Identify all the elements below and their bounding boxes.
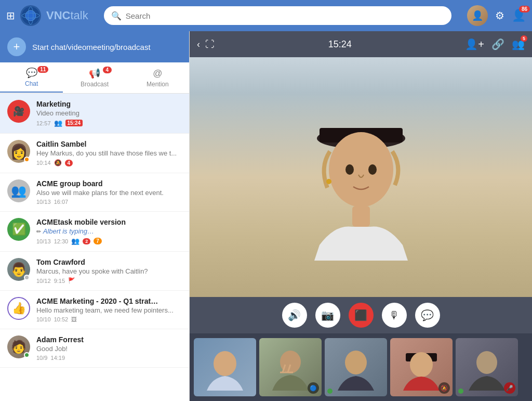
person-thumb <box>398 344 445 391</box>
participant-thumb[interactable]: 🔕 <box>390 338 453 396</box>
link-button[interactable]: 🔗 <box>491 38 504 50</box>
chat-time: 12:57 <box>36 120 51 126</box>
avatar[interactable]: 👤 <box>467 5 488 26</box>
list-item[interactable]: 👥 ACME group board Also we will make pla… <box>0 173 189 212</box>
people-badge: 86 <box>519 6 530 12</box>
list-item[interactable]: 🎥 Marketing Video meeting 12:57 👥 15:24 <box>0 94 189 134</box>
chat-body: Tom Crawford Marcus, have you spoke with… <box>36 258 182 284</box>
chat-preview: Good Job! <box>36 345 182 353</box>
video-main <box>190 57 532 297</box>
participant-thumb[interactable] <box>325 338 387 396</box>
bluetooth-icon: 🔵 <box>308 382 319 394</box>
search-bar[interactable]: 🔍 <box>104 6 451 25</box>
chat-time: 10/13 12:30 <box>36 238 68 244</box>
unread-badge: 2 <box>83 238 90 244</box>
new-chat-button[interactable]: + <box>7 37 26 56</box>
participants-badge: 5 <box>521 35 527 42</box>
chat-tab-label: Chat <box>25 80 38 87</box>
mention-tab-icon: @ <box>153 68 162 79</box>
live-badge: 15:24 <box>65 120 83 126</box>
list-item[interactable]: 👍 ACME Marketing - 2020 - Q1 strat… Hell… <box>0 291 189 329</box>
chat-meta: 10/10 10:52 🖼 <box>36 316 182 322</box>
tabs-bar: 💬 Chat 11 📢 Broadcast 4 @ Mention <box>0 62 189 94</box>
chat-list: 🎥 Marketing Video meeting 12:57 👥 15:24 … <box>0 94 189 401</box>
search-input[interactable] <box>126 11 444 20</box>
nav-right: 👤 ⚙ 👤 86 <box>467 5 526 26</box>
grid-icon[interactable]: ⊞ <box>6 9 15 22</box>
avatar-wrap: 🎥 <box>7 100 30 123</box>
participants-button[interactable]: 👥 5 <box>512 38 525 50</box>
chat-button[interactable]: 💬 <box>415 303 440 328</box>
stop-button[interactable]: ⬛ <box>349 303 374 328</box>
list-item[interactable]: 👩 Caitlin Sambel Hey Markus, do you stil… <box>0 134 189 173</box>
chat-preview: ✏ Albert is typing… <box>36 227 182 235</box>
video-bg <box>190 57 532 297</box>
person-thumb <box>267 344 314 391</box>
unread-badge: 4 <box>65 160 73 166</box>
thumb-bg <box>194 338 256 396</box>
person-silhouette <box>304 94 418 261</box>
chat-time: 10/10 10:52 <box>36 316 68 322</box>
broadcast-tab-icon: 📢 <box>89 68 100 79</box>
chat-name: ACME group board <box>36 179 182 188</box>
chat-meta: 10/9 14:19 <box>36 355 182 361</box>
volume-button[interactable]: 🔊 <box>282 303 307 328</box>
online-dot <box>458 389 463 394</box>
image-icon: 🖼 <box>71 316 77 322</box>
video-top-bar: ‹ ⛶ 15:24 👤+ 🔗 👥 5 <box>190 31 532 57</box>
svg-point-15 <box>410 352 433 377</box>
stop-icon: ⬛ <box>354 309 367 321</box>
broadcast-tab-label: Broadcast <box>81 81 109 88</box>
svg-point-11 <box>214 351 236 376</box>
person-thumb <box>463 344 510 391</box>
chat-name: ACME Marketing - 2020 - Q1 strat… <box>36 297 182 305</box>
participant-thumb[interactable]: 🎤 <box>456 338 518 396</box>
fullscreen-button[interactable]: ⛶ <box>205 39 215 50</box>
add-participant-button[interactable]: 👤+ <box>465 38 484 50</box>
chat-body: ACME Marketing - 2020 - Q1 strat… Hello … <box>36 297 182 322</box>
chat-preview: Video meeting <box>36 109 182 117</box>
participants-strip: 🔵 🔕 <box>190 333 532 401</box>
chat-body: ACME group board Also we will make plans… <box>36 179 182 205</box>
chat-body: Adam Forrest Good Job! 10/9 14:19 <box>36 335 182 361</box>
mute-icon: 🔕 <box>54 159 62 166</box>
tab-broadcast[interactable]: 📢 Broadcast 4 <box>63 63 126 92</box>
collapse-button[interactable]: ‹ <box>197 39 200 50</box>
gear-icon[interactable]: ⚙ <box>495 9 504 22</box>
svg-point-13 <box>345 351 367 374</box>
chat-meta: 10/13 12:30 👥 2 7 <box>36 237 182 245</box>
chat-meta: 10/12 9:15 🚩 <box>36 277 182 284</box>
chat-icon: 💬 <box>421 309 434 321</box>
logo <box>20 5 41 26</box>
camera-button[interactable]: 📷 <box>315 303 340 328</box>
start-bar: + Start chat/videomeeting/broadcast <box>0 31 189 62</box>
svg-point-16 <box>476 351 497 374</box>
tab-chat[interactable]: 💬 Chat 11 <box>0 63 63 93</box>
left-panel: + Start chat/videomeeting/broadcast 💬 Ch… <box>0 31 190 401</box>
list-item[interactable]: 🧑 Adam Forrest Good Job! 10/9 14:19 <box>0 329 189 368</box>
unread-badge-2: 7 <box>94 238 102 244</box>
mic-button[interactable]: 🎙 <box>382 303 407 328</box>
chat-preview: Also we will make plans for the next eve… <box>36 189 182 197</box>
online-dot <box>327 389 332 394</box>
participant-thumb[interactable]: 🔵 <box>259 338 322 396</box>
list-item[interactable]: 👨 Tom Crawford Marcus, have you spoke wi… <box>0 252 189 291</box>
chat-preview: Hey Markus, do you still have those file… <box>36 149 182 157</box>
list-item[interactable]: ✅ ACMEtask mobile version ✏ Albert is ty… <box>0 212 189 252</box>
person-thumb <box>332 344 379 391</box>
chat-preview: Marcus, have you spoke with Caitlin? <box>36 267 182 275</box>
online-dot <box>24 157 30 162</box>
chat-meta: 10:14 🔕 4 <box>36 159 182 166</box>
broadcast-tab-badge: 4 <box>103 67 112 73</box>
chat-name: Tom Crawford <box>36 258 182 266</box>
tab-mention[interactable]: @ Mention <box>126 64 189 92</box>
chat-time: 10/12 9:15 <box>36 278 65 284</box>
typing-text: Albert is typing… <box>43 227 94 235</box>
volume-icon: 🔊 <box>288 309 301 321</box>
people-button[interactable]: 👤 86 <box>512 9 526 22</box>
person-thumb <box>202 344 248 391</box>
pencil-icon: ✏ <box>36 228 41 235</box>
participant-thumb[interactable] <box>194 338 256 396</box>
chat-name: Marketing <box>36 100 182 108</box>
chat-body: Caitlin Sambel Hey Markus, do you still … <box>36 140 182 166</box>
